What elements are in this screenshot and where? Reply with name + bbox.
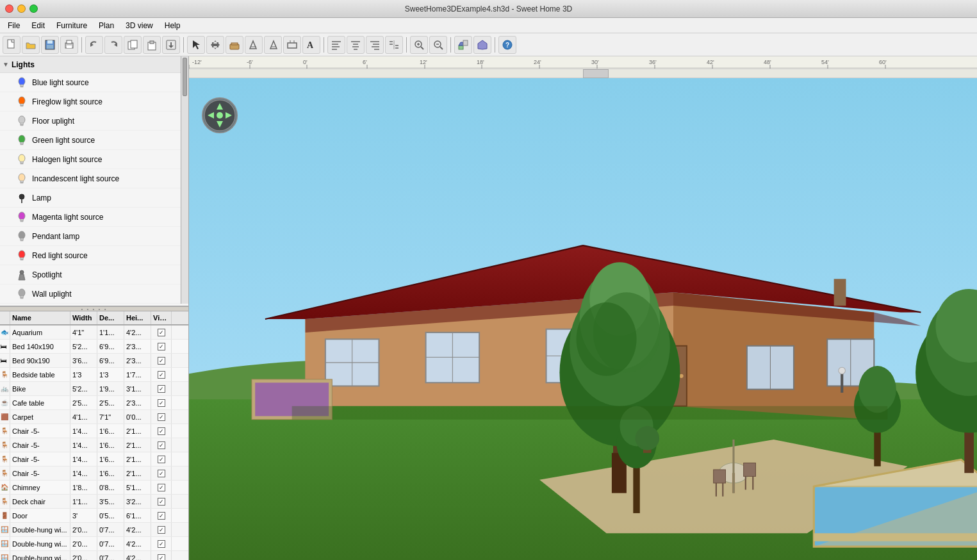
table-row[interactable]: ☕ Cafe table 2'5... 2'5... 2'3... xyxy=(0,396,188,410)
toolbar-print[interactable] xyxy=(60,36,78,54)
table-row[interactable]: 🪟 Double-hung wi... 2'0... 0'7... 4'2... xyxy=(0,523,188,537)
table-row[interactable]: 🪟 Double-hung wi... 2'0... 0'7... 4'2... xyxy=(0,537,188,551)
tree-item-halogen-light-source[interactable]: Halogen light source xyxy=(0,150,181,169)
visibility-checkbox-10[interactable] xyxy=(158,470,165,477)
toolbar-create-polygon[interactable] xyxy=(283,36,301,54)
th-name[interactable]: Name xyxy=(10,311,70,324)
th-visible[interactable]: Visi... xyxy=(151,311,172,324)
toolbar-3donly[interactable] xyxy=(473,36,491,54)
visibility-checkbox-16[interactable] xyxy=(158,554,165,561)
visibility-checkbox-5[interactable] xyxy=(158,399,165,407)
scene-3d[interactable] xyxy=(189,78,977,560)
toolbar-help[interactable]: ? xyxy=(498,36,516,54)
visibility-checkbox-2[interactable] xyxy=(158,357,165,365)
th-height[interactable]: Hei... xyxy=(124,311,151,324)
toolbar-paste[interactable] xyxy=(143,36,161,54)
menu-plan[interactable]: Plan xyxy=(94,20,119,31)
visibility-checkbox-11[interactable] xyxy=(158,484,165,491)
visibility-checkbox-1[interactable] xyxy=(158,343,165,350)
table-row[interactable]: 🛏 Bed 90x190 3'6... 6'9... 2'3... xyxy=(0,354,188,368)
row-visible-12[interactable] xyxy=(151,495,172,508)
row-visible-0[interactable] xyxy=(151,325,172,339)
table-row[interactable]: 🚲 Bike 5'2... 1'9... 3'1... xyxy=(0,382,188,396)
toolbar-font[interactable]: A xyxy=(302,36,320,54)
row-visible-13[interactable] xyxy=(151,509,172,522)
row-visible-8[interactable] xyxy=(151,438,172,452)
menu-edit[interactable]: Edit xyxy=(26,20,50,31)
resize-handle[interactable]: • • • • • xyxy=(0,306,188,311)
close-button[interactable] xyxy=(5,4,13,13)
visibility-checkbox-13[interactable] xyxy=(158,512,165,520)
row-visible-6[interactable] xyxy=(151,410,172,424)
table-row[interactable]: 🏠 Chimney 1'8... 0'8... 5'1... xyxy=(0,481,188,495)
navigation-control[interactable] xyxy=(202,97,238,133)
toolbar-new[interactable] xyxy=(3,36,21,54)
table-row[interactable]: 🐟 Aquarium 4'1" 1'1... 4'2... xyxy=(0,325,188,340)
maximize-button[interactable] xyxy=(29,4,38,13)
table-row[interactable]: 🪑 Chair -5- 1'4... 1'6... 2'1... xyxy=(0,438,188,452)
th-width[interactable]: Width xyxy=(70,311,97,324)
tree-item-spotlight[interactable]: Spotlight xyxy=(0,265,181,284)
row-visible-4[interactable] xyxy=(151,382,172,395)
toolbar-reverse[interactable] xyxy=(385,36,403,54)
tree-item-red-light-source[interactable]: Red light source xyxy=(0,246,181,265)
toolbar-save[interactable] xyxy=(41,36,59,54)
visibility-checkbox-14[interactable] xyxy=(158,526,165,534)
toolbar-pan[interactable] xyxy=(206,36,224,54)
toolbar-plan3d[interactable] xyxy=(454,36,472,54)
toolbar-create-wall-prev[interactable] xyxy=(245,36,263,54)
horizontal-scrollbar[interactable] xyxy=(189,69,977,78)
visibility-checkbox-6[interactable] xyxy=(158,413,165,421)
toolbar-align-left[interactable] xyxy=(327,36,345,54)
visibility-checkbox-12[interactable] xyxy=(158,498,165,506)
visibility-checkbox-7[interactable] xyxy=(158,427,165,435)
table-row[interactable]: 🛏 Bed 140x190 5'2... 6'9... 2'3... xyxy=(0,340,188,354)
toolbar-import[interactable] xyxy=(162,36,180,54)
table-row[interactable]: 🪑 Bedside table 1'3 1'3 1'7... xyxy=(0,368,188,382)
table-row[interactable]: 🪟 Double-hung wi... 2'0... 0'7... 4'2... xyxy=(0,551,188,560)
visibility-checkbox-8[interactable] xyxy=(158,441,165,449)
toolbar-select[interactable] xyxy=(187,36,205,54)
toolbar-undo[interactable] xyxy=(85,36,103,54)
toolbar-copy[interactable] xyxy=(124,36,142,54)
tree-item-pendant-lamp[interactable]: Pendant lamp xyxy=(0,227,181,246)
tree-scrollbar[interactable] xyxy=(181,56,188,304)
menu-file[interactable]: File xyxy=(3,20,25,31)
tree-item-lamp[interactable]: Lamp xyxy=(0,188,181,208)
tree-category-lights[interactable]: ▼ Lights xyxy=(0,56,181,73)
table-row[interactable]: 🪑 Chair -5- 1'4... 1'6... 2'1... xyxy=(0,424,188,438)
row-visible-14[interactable] xyxy=(151,523,172,536)
minimize-button[interactable] xyxy=(17,4,26,13)
tree-item-fireglow-light-source[interactable]: Fireglow light source xyxy=(0,92,181,111)
menu-3dview[interactable]: 3D view xyxy=(120,20,158,31)
tree-item-wall-uplight[interactable]: Wall uplight xyxy=(0,284,181,304)
tree-item-floor-uplight[interactable]: Floor uplight xyxy=(0,111,181,131)
table-row[interactable]: 🪑 Deck chair 1'1... 3'5... 3'2... xyxy=(0,495,188,509)
visibility-checkbox-9[interactable] xyxy=(158,456,165,463)
toolbar-align-center[interactable] xyxy=(347,36,365,54)
row-visible-5[interactable] xyxy=(151,396,172,409)
tree-item-blue-light-source[interactable]: Blue light source xyxy=(0,73,181,92)
row-visible-9[interactable] xyxy=(151,452,172,466)
menu-help[interactable]: Help xyxy=(160,20,186,31)
toolbar-redo[interactable] xyxy=(104,36,122,54)
toolbar-zoom-out[interactable] xyxy=(429,36,447,54)
row-visible-7[interactable] xyxy=(151,424,172,438)
toolbar-zoom-in[interactable] xyxy=(410,36,428,54)
tree-item-magenta-light-source[interactable]: Magenta light source xyxy=(0,208,181,227)
row-visible-3[interactable] xyxy=(151,368,172,381)
toolbar-open[interactable] xyxy=(22,36,40,54)
row-visible-16[interactable] xyxy=(151,551,172,560)
tree-item-green-light-source[interactable]: Green light source xyxy=(0,131,181,150)
tree-item-incandescent-light-source[interactable]: Incandescent light source xyxy=(0,169,181,188)
row-visible-15[interactable] xyxy=(151,537,172,550)
toolbar-add-furniture[interactable] xyxy=(226,36,243,54)
row-visible-1[interactable] xyxy=(151,340,172,353)
visibility-checkbox-3[interactable] xyxy=(158,371,165,379)
toolbar-align-right[interactable] xyxy=(366,36,384,54)
h-scroll-thumb[interactable] xyxy=(583,69,609,78)
row-visible-10[interactable] xyxy=(151,466,172,480)
row-visible-11[interactable] xyxy=(151,481,172,494)
table-row[interactable]: 🪑 Chair -5- 1'4... 1'6... 2'1... xyxy=(0,452,188,466)
toolbar-create-wall-next[interactable] xyxy=(264,36,282,54)
